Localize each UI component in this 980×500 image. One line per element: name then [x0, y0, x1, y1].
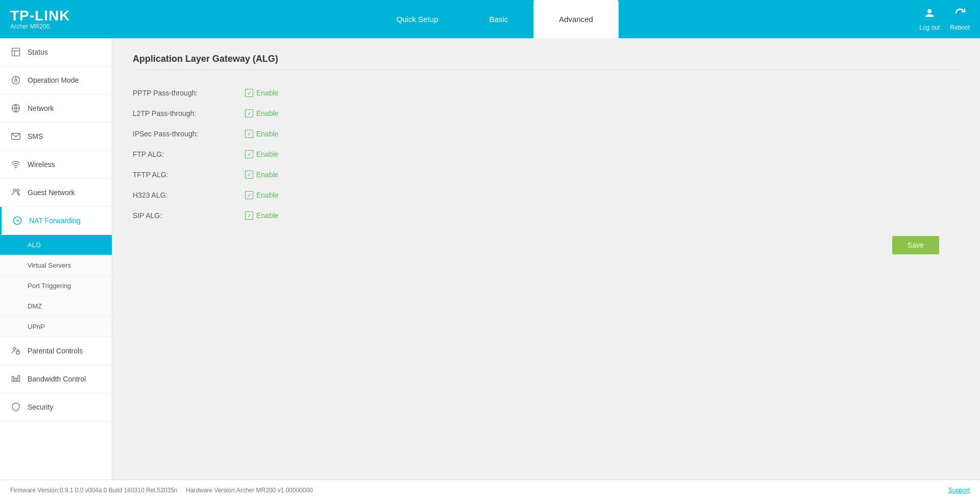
tftp-enable[interactable]: ✓ Enable [245, 171, 279, 179]
svg-rect-16 [12, 376, 14, 382]
sidebar-item-status[interactable]: Status [0, 38, 112, 66]
ipsec-enable-label: Enable [256, 130, 279, 138]
sidebar: Status Operation Mode Network [0, 38, 112, 480]
sidebar-item-network[interactable]: Network [0, 94, 112, 123]
h323-enable-label: Enable [256, 191, 279, 199]
tftp-enable-label: Enable [256, 171, 279, 179]
ftp-enable-label: Enable [256, 150, 279, 158]
l2tp-label: L2TP Pass-through: [133, 109, 245, 117]
footer: Firmware Version:0.9.1 0.0 v004a.0 Build… [0, 480, 980, 500]
tab-advanced[interactable]: Advanced [533, 0, 619, 38]
sip-label: SIP ALG: [133, 211, 245, 220]
h323-checkbox[interactable]: ✓ [245, 191, 253, 199]
ipsec-enable[interactable]: ✓ Enable [245, 130, 279, 138]
svg-point-11 [13, 189, 16, 192]
svg-point-10 [15, 167, 16, 168]
sidebar-item-sms-label: SMS [28, 132, 43, 140]
save-button[interactable]: Save [892, 236, 939, 254]
sip-enable[interactable]: ✓ Enable [245, 211, 279, 220]
nav-tabs: Quick Setup Basic Advanced [371, 0, 619, 38]
pptp-label: PPTP Pass-through: [133, 89, 245, 97]
logout-button[interactable]: Log out [919, 7, 940, 31]
tab-quick-setup[interactable]: Quick Setup [371, 0, 464, 38]
sidebar-item-bandwidth-control-label: Bandwidth Control [28, 375, 86, 383]
sidebar-item-network-label: Network [28, 104, 54, 112]
pptp-row: PPTP Pass-through: ✓ Enable [133, 83, 960, 103]
ftp-row: FTP ALG: ✓ Enable [133, 144, 960, 164]
sip-row: SIP ALG: ✓ Enable [133, 205, 960, 226]
pptp-enable[interactable]: ✓ Enable [245, 89, 279, 97]
sip-enable-label: Enable [256, 211, 279, 220]
footer-firmware: Firmware Version:0.9.1 0.0 v004a.0 Build… [10, 487, 313, 494]
main-layout: Status Operation Mode Network [0, 38, 980, 480]
sidebar-item-bandwidth-control[interactable]: Bandwidth Control [0, 365, 112, 393]
sidebar-item-guest-network[interactable]: Guest Network [0, 179, 112, 207]
pptp-enable-label: Enable [256, 89, 279, 97]
ipsec-row: IPSec Pass-through: ✓ Enable [133, 124, 960, 144]
save-btn-row: Save [133, 236, 960, 254]
wireless-icon [10, 159, 21, 170]
sidebar-item-nat-forwarding-label: NAT Forwarding [29, 217, 81, 225]
logo-model: Archer MR200 [10, 23, 70, 30]
content-area: Application Layer Gateway (ALG) PPTP Pas… [112, 38, 980, 480]
sidebar-item-guest-network-label: Guest Network [28, 188, 75, 197]
svg-rect-1 [12, 49, 20, 56]
ftp-checkbox[interactable]: ✓ [245, 150, 253, 158]
title-divider [133, 69, 960, 70]
svg-point-12 [17, 189, 19, 192]
sidebar-sub-item-alg[interactable]: ALG [0, 235, 112, 255]
sidebar-item-operation-mode[interactable]: Operation Mode [0, 66, 112, 94]
sidebar-item-wireless[interactable]: Wireless [0, 151, 112, 179]
header-actions: Log out Reboot [919, 7, 970, 31]
sidebar-item-nat-forwarding[interactable]: NAT Forwarding [0, 207, 112, 235]
svg-point-0 [927, 9, 932, 13]
ipsec-label: IPSec Pass-through: [133, 130, 245, 138]
l2tp-row: L2TP Pass-through: ✓ Enable [133, 103, 960, 124]
sidebar-item-wireless-label: Wireless [28, 160, 55, 169]
sms-icon [10, 131, 21, 142]
logo-brand: TP-LINK [10, 9, 70, 23]
sidebar-item-sms[interactable]: SMS [0, 123, 112, 151]
sidebar-sub-item-upnp[interactable]: UPnP [0, 317, 112, 337]
nat-forwarding-icon [12, 215, 23, 226]
svg-rect-15 [16, 351, 20, 354]
sidebar-item-status-label: Status [28, 48, 48, 56]
tftp-row: TFTP ALG: ✓ Enable [133, 164, 960, 185]
sidebar-sub-item-virtual-servers[interactable]: Virtual Servers [0, 255, 112, 276]
parental-controls-icon [10, 345, 21, 356]
bandwidth-control-icon [10, 373, 21, 385]
status-icon [10, 46, 21, 58]
page-title: Application Layer Gateway (ALG) [133, 54, 960, 64]
h323-enable[interactable]: ✓ Enable [245, 191, 279, 199]
sidebar-sub-item-port-triggering[interactable]: Port Triggering [0, 276, 112, 296]
reboot-icon [954, 7, 966, 22]
ftp-label: FTP ALG: [133, 150, 245, 158]
sidebar-item-parental-controls-label: Parental Controls [28, 347, 83, 355]
logo-area: TP-LINK Archer MR200 [10, 9, 70, 30]
l2tp-checkbox[interactable]: ✓ [245, 109, 253, 117]
reboot-button[interactable]: Reboot [950, 7, 970, 31]
ftp-enable[interactable]: ✓ Enable [245, 150, 279, 158]
tftp-label: TFTP ALG: [133, 171, 245, 179]
l2tp-enable[interactable]: ✓ Enable [245, 109, 279, 117]
footer-support[interactable]: Support [948, 487, 970, 494]
reboot-label: Reboot [950, 24, 970, 31]
svg-rect-17 [15, 378, 16, 382]
sidebar-item-security-label: Security [28, 403, 54, 411]
logout-icon [923, 7, 936, 22]
tab-basic[interactable]: Basic [464, 0, 534, 38]
sip-checkbox[interactable]: ✓ [245, 211, 253, 220]
svg-rect-18 [18, 375, 19, 382]
sidebar-item-parental-controls[interactable]: Parental Controls [0, 337, 112, 365]
alg-form: PPTP Pass-through: ✓ Enable L2TP Pass-th… [133, 83, 960, 226]
l2tp-enable-label: Enable [256, 109, 279, 117]
logout-label: Log out [919, 24, 940, 31]
ipsec-checkbox[interactable]: ✓ [245, 130, 253, 138]
pptp-checkbox[interactable]: ✓ [245, 89, 253, 97]
sidebar-item-security[interactable]: Security [0, 393, 112, 421]
tftp-checkbox[interactable]: ✓ [245, 171, 253, 179]
h323-label: H323 ALG: [133, 191, 245, 199]
sidebar-sub-item-dmz[interactable]: DMZ [0, 296, 112, 317]
header: TP-LINK Archer MR200 Quick Setup Basic A… [0, 0, 980, 38]
svg-point-5 [15, 79, 17, 82]
